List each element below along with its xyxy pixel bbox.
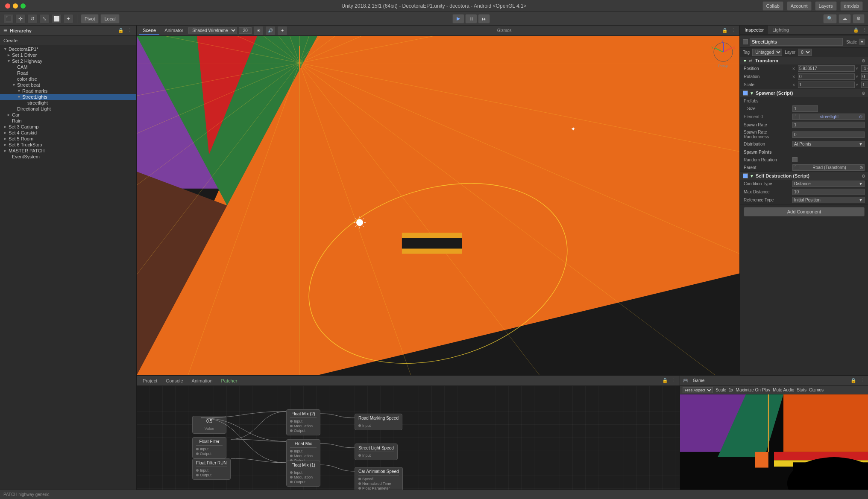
- tree-item-set2[interactable]: ▼Set 2 Highway: [0, 58, 136, 64]
- mute-audio-label[interactable]: Mute Audio: [773, 388, 794, 392]
- port-modulation-floatMix1[interactable]: Modulation: [290, 475, 317, 479]
- port-modulation-floatMix2[interactable]: Modulation: [290, 424, 317, 428]
- move-tool[interactable]: ✛: [15, 14, 26, 23]
- layers-button[interactable]: Layers: [815, 1, 837, 11]
- tree-item-eventsystem[interactable]: EventSystem: [0, 154, 136, 160]
- lighting-tab[interactable]: Lighting: [768, 26, 793, 34]
- spawner-enable-checkbox[interactable]: [743, 90, 748, 96]
- parent-dropdown[interactable]: ⬛ Road (Transform) ⊙: [792, 164, 865, 171]
- pos-x-input[interactable]: [798, 65, 855, 72]
- patch-node-value05[interactable]: 0.5Value: [192, 416, 226, 434]
- port-input-floatMix1[interactable]: Input: [290, 470, 317, 475]
- self-destruct-header[interactable]: ▼ Self Destruction (Script) ⚙: [740, 172, 868, 180]
- port-input-floatMix[interactable]: Input: [290, 449, 317, 453]
- inspector-lock-btn[interactable]: 🔒: [852, 27, 860, 33]
- tree-item-roadmarks[interactable]: ▼Road marks: [0, 88, 136, 94]
- distribution-dropdown[interactable]: At Points ▼: [792, 141, 865, 147]
- close-button[interactable]: [5, 3, 10, 9]
- project-tab[interactable]: Project: [139, 377, 161, 384]
- aspect-select[interactable]: Free Aspect: [683, 387, 713, 393]
- pos-y-input[interactable]: [861, 65, 868, 72]
- bottom-menu-btn[interactable]: ⋮: [671, 378, 677, 383]
- transform-settings-btn[interactable]: ⚙: [862, 58, 865, 63]
- game-tab[interactable]: Game: [690, 377, 707, 384]
- tree-item-car[interactable]: ►Car: [0, 112, 136, 118]
- patch-node-floatMix1[interactable]: Float Mix (1)InputModulationOutput: [286, 461, 320, 487]
- spawner-settings-btn[interactable]: ⚙: [862, 91, 865, 96]
- tree-item-rain[interactable]: Rain: [0, 118, 136, 124]
- patch-node-streetLightSpeed[interactable]: Street Light SpeedInput: [355, 444, 398, 460]
- play-button[interactable]: ▶: [452, 14, 464, 23]
- rot-x-input[interactable]: [798, 73, 855, 80]
- tree-item-dirlight[interactable]: Directional Light: [0, 106, 136, 112]
- patcher-canvas[interactable]: 0.5ValueFloat FilterInputOutputFloat Fil…: [137, 386, 680, 499]
- pause-button[interactable]: ⏸: [465, 14, 477, 23]
- settings-btn[interactable]: ⚙: [853, 14, 865, 23]
- tree-item-set3[interactable]: ►Set 3 Carjump: [0, 124, 136, 130]
- collab-button[interactable]: Collab: [762, 1, 783, 11]
- game-menu-btn[interactable]: ⋮: [859, 378, 865, 383]
- scale-y-input[interactable]: [861, 82, 868, 88]
- port-modulation-floatMix[interactable]: Modulation: [290, 454, 317, 458]
- layer-select[interactable]: 0: [798, 49, 812, 56]
- scene-tab[interactable]: Scene: [139, 27, 159, 35]
- transform-tool[interactable]: ⬛: [3, 14, 14, 23]
- dmxlab-button[interactable]: dmxlab: [840, 1, 863, 11]
- scene-audio-btn[interactable]: 🔊: [265, 26, 276, 35]
- animation-tab[interactable]: Animation: [188, 377, 216, 384]
- spawner-header[interactable]: ▼ Spawner (Script) ⚙: [740, 89, 868, 97]
- self-destruct-settings-btn[interactable]: ⚙: [862, 174, 865, 178]
- account-button[interactable]: Account: [787, 1, 812, 11]
- object-name-input[interactable]: [750, 38, 843, 46]
- cond-type-dropdown[interactable]: Distance ▼: [792, 181, 865, 187]
- tree-item-masterpatch[interactable]: ►MASTER PATCH: [0, 148, 136, 154]
- tree-item-set1[interactable]: ►Set 1 Driver: [0, 52, 136, 58]
- hierarchy-tree[interactable]: ▼DecotoraEP1*►Set 1 Driver▼Set 2 Highway…: [0, 45, 136, 499]
- active-checkbox[interactable]: [743, 39, 748, 44]
- port-output-floatFilterRun[interactable]: Output: [196, 473, 227, 477]
- tree-item-streetlights[interactable]: ▼StreetLights: [0, 94, 136, 100]
- self-destruct-enable-checkbox[interactable]: [743, 173, 748, 178]
- step-button[interactable]: ⏭: [478, 14, 490, 23]
- transform-header[interactable]: ▼ ⇄ Transform ⚙: [740, 57, 868, 64]
- spawn-rate-input[interactable]: [792, 122, 865, 128]
- patch-node-floatFilterRun[interactable]: Float Filter RUNInputOutput: [192, 458, 231, 480]
- port-output-floatMix1[interactable]: Output: [290, 480, 317, 484]
- local-button[interactable]: Local: [100, 14, 119, 23]
- maximize-on-play-label[interactable]: Maximize On Play: [736, 388, 771, 392]
- tree-item-road[interactable]: Road: [0, 70, 136, 76]
- ref-type-dropdown[interactable]: Initial Position ▼: [792, 197, 865, 203]
- animator-tab[interactable]: Animator: [161, 27, 187, 35]
- port-output-floatFilter[interactable]: Output: [196, 452, 223, 456]
- scale-x-input[interactable]: [798, 82, 855, 88]
- port-input-floatFilterRun[interactable]: Input: [196, 468, 227, 473]
- tree-item-streetlight[interactable]: streetlight: [0, 100, 136, 106]
- element0-value[interactable]: ⬛ streetlight ⊙: [792, 114, 865, 120]
- scene-fx-btn[interactable]: ✦: [277, 26, 287, 35]
- scene-lock-btn[interactable]: 🔒: [721, 28, 729, 33]
- port-input-floatFilter[interactable]: Input: [196, 447, 223, 451]
- tree-item-set4[interactable]: ►Set 4 Carskid: [0, 130, 136, 136]
- inspector-tab[interactable]: Inspector: [740, 26, 768, 34]
- port-output-floatMix2[interactable]: Output: [290, 429, 317, 433]
- scene-menu-btn[interactable]: ⋮: [730, 28, 737, 33]
- multi-tool[interactable]: ✦: [63, 14, 73, 23]
- pivot-button[interactable]: Pivot: [81, 14, 99, 23]
- tag-select[interactable]: Untagged: [752, 49, 782, 56]
- tree-item-cam[interactable]: CAM: [0, 64, 136, 70]
- tree-item-streetbeat[interactable]: ▼Street beat: [0, 82, 136, 88]
- add-component-button[interactable]: Add Component: [744, 207, 865, 216]
- patch-node-floatMix2[interactable]: Float Mix (2)InputModulationOutput: [286, 409, 320, 435]
- rot-y-input[interactable]: [861, 73, 868, 80]
- create-button[interactable]: Create: [2, 38, 19, 43]
- cloud-btn[interactable]: ☁: [839, 14, 851, 23]
- stats-label[interactable]: Stats: [797, 388, 806, 392]
- tree-item-root[interactable]: ▼DecotoraEP1*: [0, 46, 136, 52]
- random-rot-checkbox[interactable]: [792, 157, 798, 162]
- shading-mode-select[interactable]: Shaded Wireframe: [188, 27, 237, 34]
- minimize-button[interactable]: [13, 3, 18, 9]
- inspector-menu-btn[interactable]: ⋮: [862, 27, 868, 33]
- scene-light-btn[interactable]: ☀: [253, 26, 264, 35]
- element0-picker-icon[interactable]: ⊙: [859, 114, 862, 119]
- patch-node-floatFilter[interactable]: Float FilterInputOutput: [192, 437, 226, 458]
